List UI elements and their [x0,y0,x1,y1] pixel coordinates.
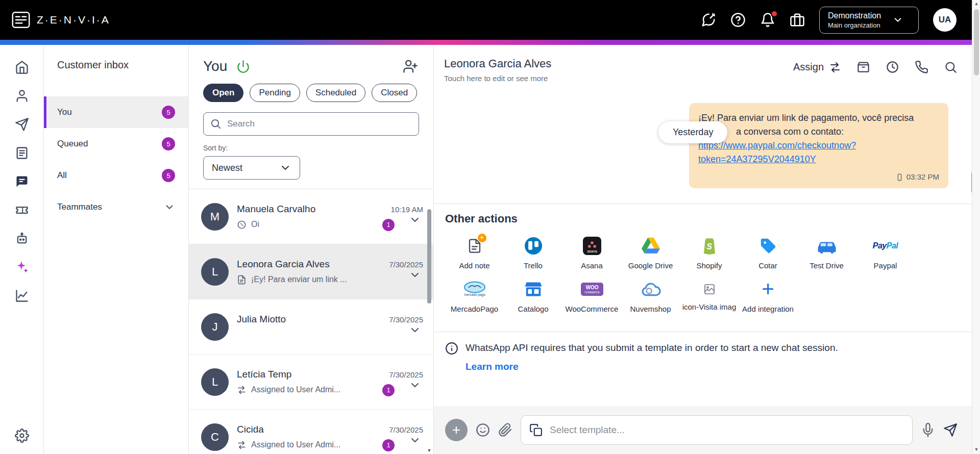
zenvia-logo-text: Z·E·N·V·I·A [37,14,110,26]
payment-link[interactable]: https://www.paypal.com/checkoutnow?token… [698,139,939,166]
add-contact-icon[interactable] [403,59,418,74]
contact-name: Letícia Temp [237,369,291,380]
conversation-row-cicida[interactable]: C Cicida 7/30/2025 Assigned to User Admi… [189,410,433,454]
info-icon [445,342,458,355]
assign-button[interactable]: Assign [793,61,841,73]
message-history: Yesterday ¡Ey! Para enviar um link de pa… [434,94,980,204]
sidebar-item-queued[interactable]: Queued 5 [44,128,188,160]
reports-icon[interactable] [15,146,29,160]
page-scrollbar[interactable]: ▲ ▼ [972,0,980,454]
chat-panel: Leonora Garcia Alves Touch here to edit … [434,45,980,454]
inbox-chat-icon[interactable] [15,174,29,189]
action-visita-broken-image[interactable]: icon-Visita imag [680,278,739,314]
list-scrollbar[interactable]: ▼ [426,204,432,454]
select-template-input[interactable] [550,424,904,436]
action-paypal[interactable]: PayPal Paypal [856,235,915,271]
learn-more-link[interactable]: Learn more [465,361,518,372]
svg-text:S: S [706,242,712,251]
scroll-down-arrow[interactable]: ▼ [426,448,432,453]
search-icon [210,118,222,130]
mercadopago-icon: mercado pago [463,278,486,300]
sort-by-label: Sort by: [189,136,433,152]
attachment-paperclip-icon[interactable] [498,423,512,437]
action-nuvemshop[interactable]: Nuvemshop [621,278,680,314]
microphone-icon[interactable] [921,423,935,437]
compose-add-button[interactable]: + [445,419,468,441]
contacts-icon[interactable] [15,89,29,103]
archive-icon[interactable] [856,60,870,74]
zenvia-logo[interactable]: Z·E·N·V·I·A [11,11,110,29]
chevron-down-icon[interactable] [409,324,421,336]
list-scrollbar-thumb[interactable] [427,209,431,304]
action-add-integration[interactable]: + Add integration [739,278,797,314]
action-asana[interactable]: asana Asana [562,235,621,271]
org-subtitle: Main organization [828,21,881,29]
sidebar-item-you[interactable]: You 5 [44,96,188,128]
sidebar-item-all[interactable]: All 5 [44,160,188,191]
google-drive-icon [641,235,661,257]
plus-icon: + [762,278,774,300]
chevron-down-icon [164,201,175,213]
conversation-row-leonora[interactable]: L Leonora Garcia Alves 7/30/2025 ¡Ey! Pa… [189,244,433,299]
tickets-icon[interactable] [15,203,29,217]
chevron-down-icon[interactable] [409,269,421,281]
availability-power-icon[interactable] [236,60,250,73]
svg-text:WOO: WOO [585,285,598,290]
contact-name: Leonora Garcia Alves [237,259,330,270]
message-preview: ¡Ey! Para enviar um link ... [251,275,347,284]
emoji-icon[interactable] [476,423,490,437]
org-switcher[interactable]: Demonstration Main organization [819,7,919,34]
conversation-row-julia[interactable]: J Julia Miotto 7/30/2025 [189,299,433,355]
tab-closed[interactable]: Closed [372,84,417,102]
notification-dot [771,10,778,17]
history-clock-icon[interactable] [886,60,899,74]
action-cotar[interactable]: Cotar [739,235,797,271]
action-trello[interactable]: Trello [504,235,562,271]
template-input-box[interactable] [521,415,913,445]
bot-icon[interactable] [15,232,29,246]
help-icon[interactable] [730,12,746,28]
search-input[interactable] [203,112,419,136]
svg-text:COMMERCE: COMMERCE [584,291,600,294]
scroll-down-arrow[interactable]: ▼ [972,446,980,453]
conversation-row-manuela[interactable]: M Manuela Carvalho 10:19 AM Oi 1 [189,189,433,244]
action-mercadopago[interactable]: mercado pago MercadoPago [445,278,504,314]
tab-pending[interactable]: Pending [250,84,300,102]
sidebar-item-teammates[interactable]: Teammates [44,191,188,223]
conversation-row-leticia[interactable]: L Letícia Temp 7/30/2025 Assigned to Use… [189,355,433,410]
send-icon[interactable] [943,423,958,437]
action-woocommerce[interactable]: WOOCOMMERCE WooCommerce [562,278,621,314]
phone-icon[interactable] [915,60,928,74]
chevron-down-icon[interactable] [409,434,421,446]
search-icon[interactable] [944,60,958,74]
tab-open[interactable]: Open [203,84,243,102]
tab-scheduled[interactable]: Scheduled [306,84,365,102]
action-test-drive[interactable]: Test Drive [797,235,856,271]
action-google-drive[interactable]: Google Drive [621,235,680,271]
sort-select[interactable]: Newest [203,156,300,180]
action-add-note[interactable]: + Add note [445,235,504,271]
topbar: Z·E·N·V·I·A Demonstration Main organizat… [0,0,980,40]
template-copy-icon[interactable] [529,423,543,437]
campaigns-icon[interactable] [15,117,29,132]
action-catalogo[interactable]: Catalogo [504,278,562,314]
scroll-up-arrow[interactable]: ▲ [972,0,980,7]
car-icon [816,235,838,257]
notifications-icon[interactable] [760,12,775,28]
settings-gear-icon[interactable] [15,428,29,443]
workspace-icon[interactable] [790,12,805,28]
chevron-down-icon[interactable] [409,214,421,226]
chevron-down-icon[interactable] [409,379,421,391]
analytics-icon[interactable] [15,289,29,303]
main-nav-rail [0,45,44,454]
user-avatar[interactable]: UA [933,8,957,32]
contact-avatar: M [201,203,229,231]
notice-text: WhatsApp API requires that you submit a … [465,342,838,354]
compose-bar: + [434,406,980,454]
page-scrollbar-thumb[interactable] [974,9,979,75]
action-shopify[interactable]: S Shopify [680,235,739,271]
new-conversation-icon[interactable] [701,12,716,28]
ai-sparkles-icon[interactable] [15,260,29,274]
home-icon[interactable] [15,60,29,74]
chat-contact-subtitle[interactable]: Touch here to edit or see more [444,74,551,83]
